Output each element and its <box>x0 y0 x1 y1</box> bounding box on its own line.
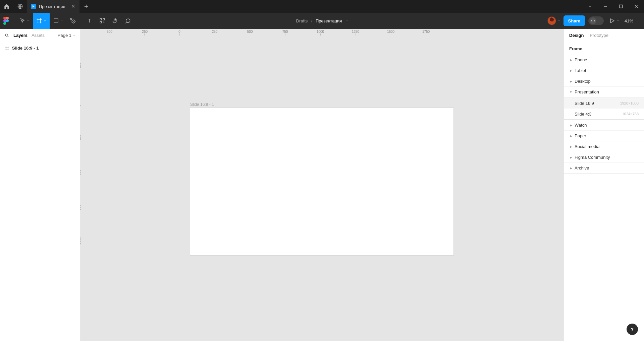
chevron-down-icon <box>616 19 619 22</box>
community-globe-button[interactable] <box>13 0 27 13</box>
prototype-tab[interactable]: Prototype <box>590 33 608 38</box>
left-panel-header: Layers Assets Page 1 <box>0 29 80 42</box>
frame-group-tablet[interactable]: ▶Tablet <box>564 65 644 76</box>
assets-tab[interactable]: Assets <box>32 33 45 38</box>
share-button[interactable]: Share <box>564 15 585 26</box>
page-selector[interactable]: Page 1 <box>58 33 75 38</box>
move-tool[interactable] <box>16 13 33 29</box>
resources-tool[interactable] <box>96 13 109 29</box>
chevron-down-icon <box>557 19 560 22</box>
triangle-right-icon: ▶ <box>569 58 573 62</box>
window-minimize[interactable] <box>598 0 613 13</box>
comment-tool[interactable] <box>121 13 134 29</box>
present-button[interactable] <box>607 13 621 29</box>
breadcrumb-drafts[interactable]: Drafts <box>296 18 308 23</box>
frame-label[interactable]: Slide 16:9 - 1 <box>190 102 214 107</box>
triangle-right-icon: ▶ <box>569 166 573 170</box>
help-button[interactable]: ? <box>627 324 638 335</box>
right-panel: Design Prototype Frame ▶Phone ▶Tablet ▶D… <box>564 29 644 341</box>
pen-tool[interactable] <box>66 13 83 29</box>
toolbar: Drafts / Презентация Share 41% <box>0 13 644 29</box>
page-label: Page 1 <box>58 33 71 38</box>
preset-slide-16-9[interactable]: Slide 16:9 1920×1080 <box>564 98 644 109</box>
triangle-down-icon: ▼ <box>569 90 573 94</box>
frame-group-archive[interactable]: ▶Archive <box>564 163 644 174</box>
tab-title: Презентация <box>39 4 65 9</box>
triangle-right-icon: ▶ <box>569 69 573 72</box>
svg-rect-3 <box>54 19 58 23</box>
avatar <box>547 16 556 25</box>
horizontal-ruler: -500 -250 0 250 500 750 1000 1250 1500 1… <box>87 29 564 36</box>
window-close[interactable] <box>629 0 644 13</box>
preset-slide-4-3[interactable]: Slide 4:3 1024×768 <box>564 109 644 119</box>
window-controls <box>582 0 644 13</box>
user-avatar-menu[interactable] <box>547 16 560 25</box>
triangle-right-icon: ▶ <box>569 124 573 127</box>
canvas[interactable]: -500 -250 0 250 500 750 1000 1250 1500 1… <box>80 29 564 341</box>
vertical-ruler: -250 0 250 500 750 1000 <box>80 36 87 341</box>
hand-tool[interactable] <box>109 13 121 29</box>
svg-point-7 <box>5 34 8 36</box>
frame-group-phone[interactable]: ▶Phone <box>564 55 644 65</box>
frame-group-desktop[interactable]: ▶Desktop <box>564 76 644 87</box>
svg-rect-2 <box>620 5 623 8</box>
presentation-subgroup: Slide 16:9 1920×1080 Slide 4:3 1024×768 <box>564 97 644 120</box>
triangle-right-icon: ▶ <box>569 80 573 83</box>
layers-tab[interactable]: Layers <box>13 33 28 38</box>
frame-group-paper[interactable]: ▶Paper <box>564 131 644 141</box>
text-tool[interactable] <box>83 13 96 29</box>
window-maximize[interactable] <box>613 0 629 13</box>
close-tab-icon[interactable] <box>71 4 75 9</box>
svg-rect-5 <box>103 18 105 20</box>
breadcrumb: Drafts / Презентация <box>296 18 348 23</box>
chevron-down-icon <box>73 34 75 37</box>
svg-rect-4 <box>100 18 102 20</box>
svg-rect-6 <box>100 21 102 23</box>
dev-mode-toggle[interactable] <box>588 16 604 25</box>
frame-tool[interactable] <box>33 13 50 29</box>
frame-section-title: Frame <box>564 42 644 55</box>
search-icon[interactable] <box>5 33 9 38</box>
window-menu-chevron-icon[interactable] <box>582 0 598 13</box>
left-panel: Layers Assets Page 1 Slide 16:9 - 1 <box>0 29 80 341</box>
chevron-down-icon <box>635 19 638 22</box>
triangle-right-icon: ▶ <box>569 134 573 138</box>
frame-group-presentation[interactable]: ▼Presentation <box>564 87 644 97</box>
frame-group-watch[interactable]: ▶Watch <box>564 120 644 131</box>
new-tab-button[interactable] <box>79 0 93 13</box>
frame-icon <box>5 46 9 51</box>
shape-tool[interactable] <box>50 13 66 29</box>
figma-file-icon <box>31 4 36 9</box>
dev-mode-icon <box>590 17 596 24</box>
layer-row[interactable]: Slide 16:9 - 1 <box>0 42 80 54</box>
design-tab[interactable]: Design <box>569 33 584 38</box>
triangle-right-icon: ▶ <box>569 145 573 148</box>
file-tab[interactable]: Презентация <box>27 0 79 13</box>
main: Layers Assets Page 1 Slide 16:9 - 1 -500… <box>0 29 644 341</box>
breadcrumb-separator: / <box>311 18 312 23</box>
figma-logo-menu[interactable] <box>0 13 16 29</box>
canvas-frame[interactable] <box>190 108 453 255</box>
zoom-menu[interactable]: 41% <box>625 18 638 23</box>
chevron-down-icon[interactable] <box>345 19 348 22</box>
frame-group-figma-community[interactable]: ▶Figma Community <box>564 152 644 163</box>
right-panel-header: Design Prototype <box>564 29 644 42</box>
zoom-value: 41% <box>625 18 633 23</box>
frame-group-social-media[interactable]: ▶Social media <box>564 141 644 152</box>
breadcrumb-file[interactable]: Презентация <box>316 18 342 23</box>
home-button[interactable] <box>0 0 13 13</box>
toolbar-right: Share 41% <box>547 13 644 29</box>
titlebar: Презентация <box>0 0 644 13</box>
triangle-right-icon: ▶ <box>569 156 573 159</box>
layer-name: Slide 16:9 - 1 <box>12 46 39 51</box>
